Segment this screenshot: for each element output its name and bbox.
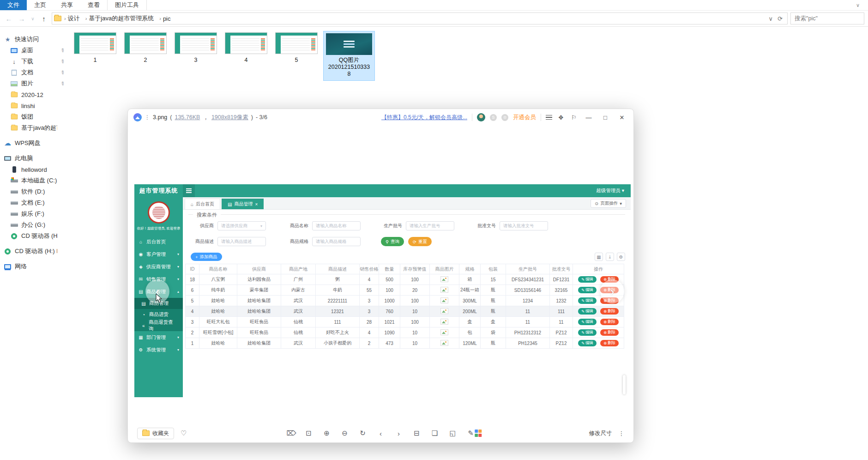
search-input[interactable]: 搜索"pic" [790, 12, 864, 24]
column-header: 销售价格 [360, 264, 379, 274]
breadcrumb-segment[interactable]: ›设计 [61, 14, 83, 23]
sidebar-item-label: 下载 [21, 57, 57, 66]
menu-item-label: 商品进货 [149, 311, 169, 318]
sidebar-tree-item[interactable]: linshi ✎ [0, 100, 66, 111]
like-icon[interactable]: ♡ [181, 429, 187, 437]
sidebar-item-icon: ↓ [10, 58, 18, 65]
file-size-link[interactable]: 135.76KB [175, 114, 200, 121]
print-icon[interactable]: ⊟ [413, 429, 421, 437]
sidebar-item-icon [10, 233, 18, 240]
user-avatar[interactable] [477, 113, 485, 121]
ribbon-tab[interactable]: 文件 [0, 0, 27, 10]
favorites-button[interactable]: 收藏夹 [137, 428, 174, 439]
sidebar-tree-item[interactable]: helloword ✎ [0, 164, 66, 175]
sidebar-item-label: 软件 (D:) [21, 188, 57, 196]
resize-button[interactable]: 修改尺寸 [589, 430, 612, 437]
sidebar-tree-item[interactable]: 软件 (D:) ✎ [0, 186, 66, 197]
back-button[interactable]: ← [4, 15, 14, 23]
open-vip-button[interactable]: 开通会员 [513, 114, 536, 121]
sidebar-tree-item[interactable]: ☁ WPS网盘 ✎ [0, 138, 66, 149]
actual-size-icon[interactable]: ⊡ [305, 429, 313, 437]
sidebar-item-icon [10, 114, 18, 121]
sidebar-tree-item[interactable]: 基于java的超市管 ✎ [0, 122, 66, 133]
beautify-tools-icon[interactable] [475, 430, 482, 437]
sidebar-tree-item[interactable]: 此电脑 ✎ [0, 153, 66, 164]
rotate-icon[interactable]: ↻ [359, 429, 367, 437]
menu-icon[interactable] [546, 115, 552, 120]
badge-icon: ♔ [501, 114, 508, 121]
ribbon-tab[interactable]: 主页 [27, 0, 54, 10]
sidebar-tree-item[interactable]: CD 驱动器 (H:) HiSu ✎ [0, 246, 66, 257]
crop-icon[interactable]: ◱ [449, 429, 457, 437]
app-menu-item: ◈ 供应商管理 ▾ [134, 260, 183, 273]
sidebar-tree-item[interactable]: 饭团 ✎ [0, 111, 66, 122]
file-tile-selected[interactable]: QQ图片 2020121510333 8 [323, 31, 375, 81]
file-tile[interactable]: 5 [275, 32, 318, 63]
zoom-out-icon[interactable]: ⊖ [341, 429, 349, 437]
ribbon-collapse-icon[interactable]: ∨ [850, 1, 865, 10]
menu-item-label: 供应商管理 [146, 264, 171, 270]
ribbon-tab[interactable]: 图片工具 [107, 0, 147, 10]
address-dropdown-icon[interactable]: ∨ [769, 15, 773, 22]
delete-button: ⊗删除 [600, 308, 619, 315]
sidebar-item-icon [10, 47, 18, 54]
sidebar-tree-item[interactable]: 网络 ✎ [0, 261, 66, 272]
delete-icon[interactable]: ⌦ [287, 429, 295, 437]
scrollbar-thumb[interactable] [623, 375, 626, 394]
broken-image-icon [440, 276, 448, 282]
forward-button[interactable]: → [17, 15, 27, 23]
prev-image-icon[interactable]: ‹ [377, 430, 385, 437]
breadcrumb-segment[interactable]: ›基于java的超市管理系统 [83, 14, 157, 23]
sidebar-tree-item[interactable]: 娱乐 (F:) ✎ [0, 208, 66, 219]
fullscreen-icon[interactable]: ✥ [557, 114, 565, 121]
sidebar-tree-item[interactable]: 2020-12 ✎ [0, 89, 66, 100]
copy-icon[interactable]: ❏ [431, 429, 439, 437]
ribbon-tab[interactable]: 查看 [80, 0, 107, 10]
address-bar[interactable]: ›设计 ›基于java的超市管理系统 ›pic ∨ ⟳ [52, 12, 788, 24]
sidebar-tree-item[interactable]: 办公 (G:) ✎ [0, 219, 66, 230]
recent-locations-dropdown[interactable]: ∨ [30, 16, 36, 21]
dimensions-link[interactable]: 1908x819像素 [211, 114, 248, 121]
sidebar-tree-item[interactable]: 文档 (E:) ✎ [0, 197, 66, 208]
file-tile[interactable]: 4 [225, 32, 267, 63]
sidebar-tree-item[interactable]: 桌面 ✎ [0, 45, 66, 56]
more-options-icon[interactable]: ⋮ [619, 430, 625, 437]
product-name-input: 请输入商品名称 [312, 221, 361, 230]
next-image-button[interactable]: › [600, 279, 624, 303]
sidebar-tree-item[interactable]: 文档 ✎ [0, 67, 66, 78]
column-header: 操作 [573, 264, 624, 274]
zoom-in-icon[interactable]: ⊕ [323, 429, 331, 437]
file-name: 4 [225, 57, 267, 63]
sidebar-item-label: 网络 [15, 262, 57, 271]
maximize-button[interactable]: □ [599, 114, 611, 121]
vip-promo-link[interactable]: 【特惠】0.5元/天，解锁会员高级... [381, 114, 467, 121]
breadcrumb-segment[interactable]: ›pic [157, 15, 173, 22]
ribbon-tab[interactable]: 共享 [54, 0, 80, 10]
sidebar-item-icon [4, 263, 12, 270]
file-tile[interactable]: 3 [175, 32, 217, 63]
sidebar-tree-item[interactable]: 本地磁盘 (C:) ✎ [0, 175, 66, 186]
sidebar-tree-item[interactable]: ★ 快速访问 ✎ [0, 34, 66, 45]
edit-icon[interactable]: ✎ [467, 429, 475, 437]
file-tile[interactable]: 2 [124, 32, 167, 63]
image-thumbnail [225, 32, 267, 54]
sidebar-tree-item[interactable]: ↓ 下载 ✎ [0, 56, 66, 67]
sidebar-tree-item[interactable]: CD 驱动器 (H:) HiS ✎ [0, 230, 66, 242]
up-button[interactable]: ↑ [39, 15, 49, 23]
menu-item-icon: ▤ [138, 289, 144, 294]
sidebar-tree-item[interactable]: 图片 ✎ [0, 78, 66, 89]
menu-item-label: 部门管理 [146, 334, 166, 341]
sidebar-item-label: 桌面 [21, 46, 57, 54]
table-row: 1娃哈哈娃哈哈集团 武汉小孩子都爱的2 47310 120ML瓶PH12345 … [186, 338, 624, 349]
viewer-toolbar: 收藏夹 ♡ ⌦⊡⊕⊖↻‹›⊟❏◱✎ 修改尺寸 ⋮ [128, 427, 633, 440]
file-tile[interactable]: 1 [74, 32, 116, 63]
close-button[interactable]: ✕ [616, 114, 628, 121]
pin-on-top-icon[interactable]: ⚐ [570, 114, 578, 121]
broken-image-icon [440, 319, 448, 325]
minimize-button[interactable]: — [583, 114, 595, 121]
favorites-folder-icon [142, 430, 150, 436]
next-image-icon[interactable]: › [395, 430, 403, 437]
refresh-icon[interactable]: ⟳ [778, 15, 783, 22]
viewer-title-bar[interactable]: ⋮ 3.png ( 135.76KB ， 1908x819像素 ) - 3/6 … [128, 109, 633, 126]
sidebar-item-label: 娱乐 (F:) [21, 210, 57, 218]
